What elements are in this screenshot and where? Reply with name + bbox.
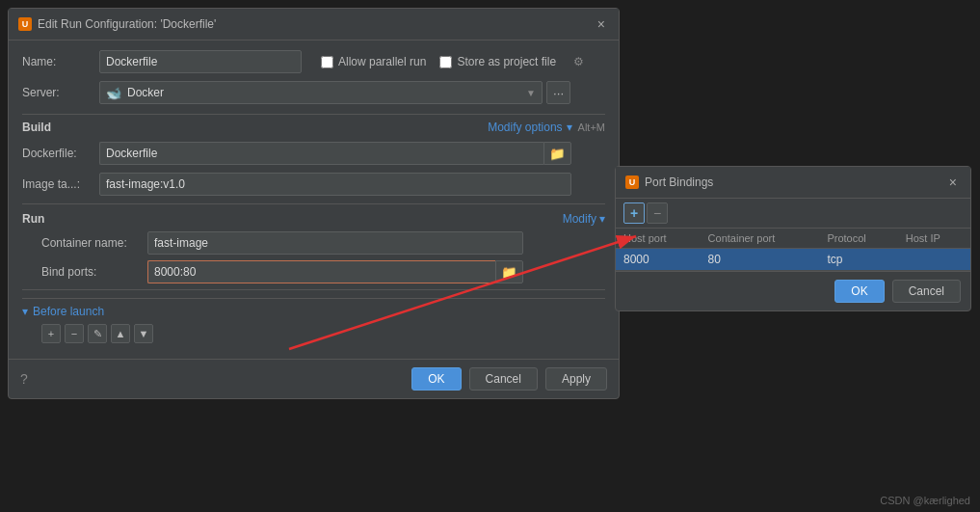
container-name-input[interactable] (147, 231, 523, 255)
image-tag-label: Image ta...: (22, 177, 99, 191)
folder-icon: 📁 (549, 147, 566, 161)
run-section-title: Run (22, 212, 44, 226)
allow-parallel-run-checkbox-item[interactable]: Allow parallel run (321, 55, 426, 68)
build-section-header: Build Modify options ▾ Alt+M (22, 121, 605, 134)
modify-label: Modify (563, 212, 596, 226)
cell-container-port: 80 (701, 249, 820, 271)
modify-options-chevron: ▾ (567, 121, 572, 134)
before-launch-remove-button[interactable]: − (65, 324, 84, 343)
port-table-header-row: Host port Container port Protocol Host I… (616, 229, 970, 249)
docker-icon: 🐋 (106, 86, 121, 100)
server-row: Server: 🐋 Docker ▼ ··· (22, 81, 605, 104)
modify-link[interactable]: Modify ▾ (563, 212, 605, 226)
bottom-buttons: OK Cancel Apply (411, 367, 607, 391)
dockerfile-browse-button[interactable]: 📁 (543, 142, 571, 165)
before-launch-chevron: ▾ (22, 305, 28, 318)
port-footer: OK Cancel (616, 271, 970, 310)
dockerfile-input-combo: 📁 (99, 142, 571, 165)
port-dialog-title: Port Bindings (645, 175, 713, 189)
divider-2 (22, 203, 605, 204)
before-launch-toolbar: + − ✎ ▲ ▼ (41, 324, 605, 343)
store-as-project-label: Store as project file (457, 55, 556, 68)
dockerfile-label: Dockerfile: (22, 147, 99, 160)
name-input[interactable] (99, 50, 302, 73)
table-row[interactable]: 8000 80 tcp (616, 249, 970, 271)
name-row: Name: Allow parallel run Store as projec… (22, 50, 605, 73)
main-dialog-bottom: ? OK Cancel Apply (9, 359, 619, 398)
bind-ports-label: Bind ports: (41, 265, 147, 279)
watermark: CSDN @kærlighed (880, 495, 970, 506)
container-name-label: Container name: (41, 236, 147, 250)
port-add-button[interactable]: + (623, 202, 645, 224)
before-launch-header[interactable]: ▾ Before launch (22, 305, 605, 318)
col-protocol: Protocol (819, 229, 897, 249)
allow-parallel-run-checkbox[interactable] (321, 56, 333, 68)
dockerfile-input[interactable] (99, 142, 543, 165)
bind-input-wrapper: 📁 (147, 260, 523, 283)
modify-options-shortcut: Alt+M (578, 121, 605, 133)
port-dialog-close-button[interactable]: × (945, 173, 961, 192)
port-bindings-dialog: U Port Bindings × + − Host port Containe… (615, 166, 971, 311)
before-launch-down-button[interactable]: ▼ (134, 324, 153, 343)
col-host-port: Host port (616, 229, 701, 249)
apply-button[interactable]: Apply (545, 367, 607, 391)
build-section-title: Build (22, 121, 51, 134)
cancel-button[interactable]: Cancel (469, 367, 538, 391)
checkbox-row: Allow parallel run Store as project file… (321, 55, 584, 68)
main-dialog-close-button[interactable]: × (594, 14, 609, 34)
col-container-port: Container port (701, 229, 820, 249)
port-titlebar-left: U Port Bindings (625, 175, 713, 189)
cell-protocol: tcp (819, 249, 897, 271)
port-ok-button[interactable]: OK (834, 280, 884, 303)
modify-options-link[interactable]: Modify options ▾ (488, 121, 571, 134)
before-launch-add-button[interactable]: + (41, 324, 61, 343)
port-titlebar: U Port Bindings × (616, 167, 970, 199)
titlebar-left: U Edit Run Configuration: 'Dockerfile' (18, 17, 216, 31)
app-icon: U (18, 17, 32, 31)
bind-ports-input[interactable] (147, 260, 495, 283)
cell-host-ip (898, 249, 970, 271)
before-launch-title: Before launch (33, 305, 104, 318)
gear-icon[interactable]: ⚙ (573, 55, 584, 68)
server-value: Docker (127, 86, 164, 99)
help-button[interactable]: ? (20, 371, 28, 387)
store-as-project-checkbox-item[interactable]: Store as project file (439, 55, 556, 68)
port-cancel-button[interactable]: Cancel (892, 280, 961, 303)
server-dots-button[interactable]: ··· (546, 81, 570, 104)
divider-1 (22, 114, 605, 115)
main-dialog-titlebar: U Edit Run Configuration: 'Dockerfile' × (9, 9, 619, 40)
store-as-project-checkbox[interactable] (439, 56, 452, 68)
port-remove-button[interactable]: − (647, 202, 668, 224)
container-name-row: Container name: (41, 231, 605, 255)
cell-host-port: 8000 (616, 249, 701, 271)
server-combo-left: 🐋 Docker (106, 86, 164, 100)
name-label: Name: (22, 55, 99, 68)
run-header: Run Modify ▾ (22, 212, 605, 226)
port-table: Host port Container port Protocol Host I… (616, 229, 970, 271)
before-launch-edit-button[interactable]: ✎ (88, 324, 107, 343)
port-table-header: Host port Container port Protocol Host I… (616, 229, 970, 249)
port-table-body: 8000 80 tcp (616, 249, 970, 271)
server-combo-arrow: ▼ (526, 88, 536, 98)
port-dialog-icon: U (625, 175, 639, 189)
before-launch-section: ▾ Before launch + − ✎ ▲ ▼ (22, 298, 605, 343)
server-label: Server: (22, 86, 99, 99)
divider-3 (22, 289, 605, 290)
server-combo[interactable]: 🐋 Docker ▼ (99, 81, 543, 104)
bind-ports-row: Bind ports: 📁 (41, 260, 605, 283)
modify-options-label: Modify options (488, 121, 562, 134)
main-dialog: U Edit Run Configuration: 'Dockerfile' ×… (8, 8, 620, 399)
main-dialog-body: Name: Allow parallel run Store as projec… (9, 40, 619, 353)
dockerfile-row: Dockerfile: 📁 (22, 142, 605, 165)
image-tag-row: Image ta...: (22, 173, 605, 196)
port-toolbar: + − (616, 199, 970, 229)
main-dialog-title: Edit Run Configuration: 'Dockerfile' (38, 17, 216, 31)
before-launch-up-button[interactable]: ▲ (111, 324, 130, 343)
ok-button[interactable]: OK (411, 367, 461, 391)
bind-ports-browse-button[interactable]: 📁 (495, 260, 523, 283)
allow-parallel-run-label: Allow parallel run (338, 55, 426, 68)
run-section: Run Modify ▾ Container name: Bind ports:… (22, 212, 605, 283)
col-host-ip: Host IP (898, 229, 970, 249)
modify-chevron: ▾ (599, 212, 605, 226)
image-tag-input[interactable] (99, 173, 571, 196)
